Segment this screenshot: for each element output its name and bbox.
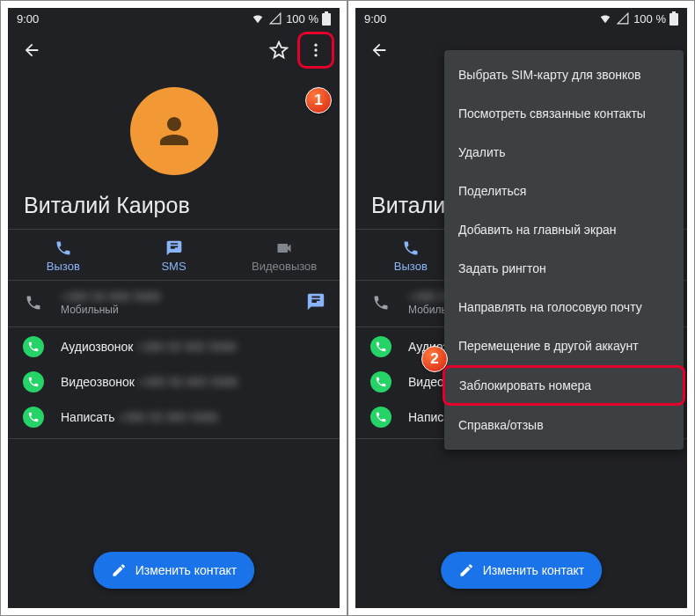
svg-rect-5 bbox=[669, 13, 678, 26]
menu-move-account[interactable]: Перемещение в другой аккаунт bbox=[444, 326, 684, 365]
whatsapp-icon bbox=[23, 407, 44, 428]
menu-add-homescreen[interactable]: Добавить на главный экран bbox=[444, 210, 684, 249]
contact-name: Виталий Каиров bbox=[8, 193, 340, 229]
svg-point-2 bbox=[314, 44, 317, 47]
phone-icon bbox=[372, 294, 390, 312]
wifi-icon bbox=[598, 12, 612, 25]
contact-screen-closed: 9:00 100 % Виталий Каиров bbox=[8, 8, 340, 608]
annotation-2: 2 bbox=[421, 346, 448, 372]
whatsapp-video-row[interactable]: Видеозвонок +380 93 965 5986 bbox=[8, 363, 340, 398]
back-button[interactable] bbox=[13, 32, 50, 69]
status-time: 9:00 bbox=[364, 12, 386, 26]
status-battery: 100 % bbox=[633, 12, 666, 26]
phone-number: +380 93 968 5986 bbox=[61, 290, 290, 304]
wifi-icon bbox=[251, 12, 265, 25]
menu-block-numbers[interactable]: Заблокировать номера bbox=[443, 365, 685, 406]
menu-linked-contacts[interactable]: Посмотреть связанные контакты bbox=[444, 94, 684, 133]
app-bar bbox=[8, 29, 340, 71]
message-button[interactable] bbox=[306, 292, 326, 314]
svg-rect-1 bbox=[325, 11, 328, 13]
menu-help-feedback[interactable]: Справка/отзыв bbox=[444, 406, 684, 444]
message-icon bbox=[306, 292, 326, 312]
overflow-menu: Выбрать SIM-карту для звонков Посмотреть… bbox=[444, 50, 684, 450]
menu-choose-sim[interactable]: Выбрать SIM-карту для звонков bbox=[444, 55, 684, 94]
whatsapp-audio-row[interactable]: Аудиозвонок +380 93 965 5986 bbox=[8, 327, 340, 363]
whatsapp-message-row[interactable]: Написать +380 93 965 5986 bbox=[8, 398, 340, 433]
edit-contact-button[interactable]: Изменить контакт bbox=[93, 552, 255, 589]
annotation-1: 1 bbox=[305, 87, 332, 114]
favorite-button[interactable] bbox=[260, 32, 297, 69]
contact-avatar bbox=[130, 87, 218, 175]
edit-icon bbox=[111, 562, 127, 578]
signal-icon bbox=[616, 12, 630, 25]
back-button[interactable] bbox=[361, 32, 398, 69]
edit-icon bbox=[458, 562, 474, 578]
status-bar: 9:00 100 % bbox=[355, 8, 687, 29]
phone-type: Мобильный bbox=[61, 304, 290, 316]
svg-point-3 bbox=[314, 48, 317, 51]
tab-videocall[interactable]: Видеовызов bbox=[229, 230, 340, 280]
status-time: 9:00 bbox=[17, 12, 39, 26]
battery-icon bbox=[322, 11, 331, 26]
svg-rect-0 bbox=[322, 13, 331, 26]
phone-row[interactable]: +380 93 968 5986 Мобильный bbox=[8, 281, 340, 321]
overflow-menu-button[interactable] bbox=[297, 32, 334, 69]
edit-contact-button[interactable]: Изменить контакт bbox=[441, 552, 603, 589]
person-icon bbox=[153, 110, 195, 152]
svg-point-4 bbox=[314, 54, 317, 56]
menu-set-ringtone[interactable]: Задать рингтон bbox=[444, 249, 684, 288]
menu-share[interactable]: Поделиться bbox=[444, 172, 684, 210]
status-bar: 9:00 100 % bbox=[8, 8, 340, 29]
status-battery: 100 % bbox=[286, 12, 318, 26]
whatsapp-icon bbox=[23, 371, 44, 392]
menu-route-voicemail[interactable]: Направлять на голосовую почту bbox=[444, 288, 684, 326]
svg-rect-6 bbox=[672, 11, 676, 13]
more-vert-icon bbox=[307, 41, 325, 59]
battery-icon bbox=[669, 11, 678, 26]
contact-screen-menu-open: 9:00 100 % Виталий Каиров Вызов bbox=[355, 8, 687, 608]
phone-icon bbox=[25, 294, 42, 312]
tab-call[interactable]: Вызов bbox=[8, 230, 119, 280]
menu-delete[interactable]: Удалить bbox=[444, 133, 684, 172]
action-tabs: Вызов SMS Видеовызов bbox=[8, 229, 340, 281]
whatsapp-icon bbox=[23, 336, 44, 357]
tab-sms[interactable]: SMS bbox=[119, 230, 230, 280]
signal-icon bbox=[268, 12, 282, 25]
